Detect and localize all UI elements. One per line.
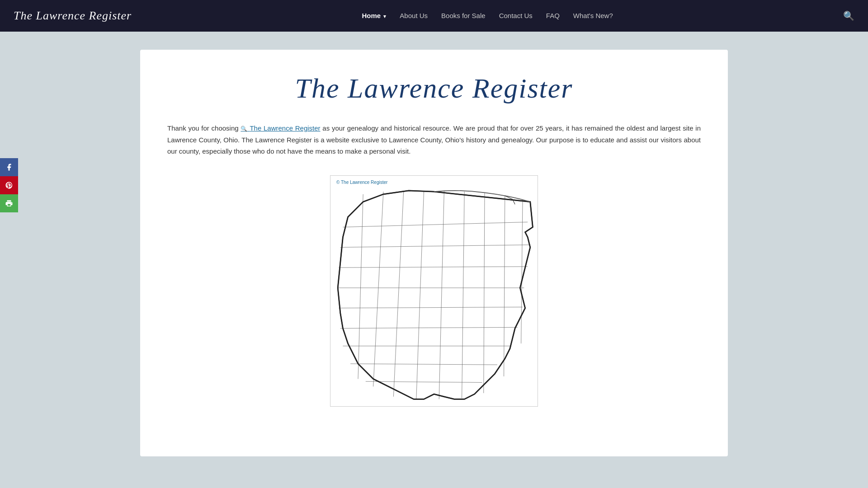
search-icon[interactable]: 🔍 — [843, 10, 854, 21]
ohio-map-container: © The Lawrence Register — [330, 175, 538, 407]
ohio-county-map — [333, 187, 535, 404]
facebook-share-button[interactable] — [0, 158, 18, 176]
intro-link[interactable]: 🔍 The Lawrence Register — [241, 124, 320, 132]
main-nav: The Lawrence Register Home ▾ About Us Bo… — [0, 0, 868, 32]
nav-link-faq[interactable]: FAQ — [546, 12, 560, 19]
pinterest-share-button[interactable] — [0, 176, 18, 194]
intro-paragraph: Thank you for choosing 🔍 The Lawrence Re… — [167, 122, 701, 157]
print-button[interactable] — [0, 194, 18, 212]
page-wrapper: The Lawrence Register Thank you for choo… — [0, 32, 868, 488]
nav-link-about[interactable]: About Us — [400, 12, 428, 19]
nav-link-home[interactable]: Home ▾ — [362, 12, 387, 19]
nav-links: Home ▾ About Us Books for Sale Contact U… — [362, 12, 613, 20]
nav-link-contact[interactable]: Contact Us — [499, 12, 533, 19]
page-title: The Lawrence Register — [167, 72, 701, 104]
nav-item-about: About Us — [400, 12, 428, 20]
content-card: The Lawrence Register Thank you for choo… — [140, 50, 728, 456]
nav-link-books[interactable]: Books for Sale — [441, 12, 486, 19]
site-logo[interactable]: The Lawrence Register — [14, 9, 132, 23]
search-link-icon: 🔍 — [241, 126, 248, 132]
nav-link-whatsnew[interactable]: What's New? — [573, 12, 613, 19]
nav-item-contact: Contact Us — [499, 12, 533, 20]
nav-item-faq: FAQ — [546, 12, 560, 20]
intro-text-before-link: Thank you for choosing — [167, 124, 241, 132]
map-caption: © The Lawrence Register — [333, 178, 535, 187]
nav-item-books: Books for Sale — [441, 12, 486, 20]
nav-item-whatsnew: What's New? — [573, 12, 613, 20]
social-sidebar — [0, 158, 18, 212]
nav-item-home: Home ▾ — [362, 12, 387, 20]
